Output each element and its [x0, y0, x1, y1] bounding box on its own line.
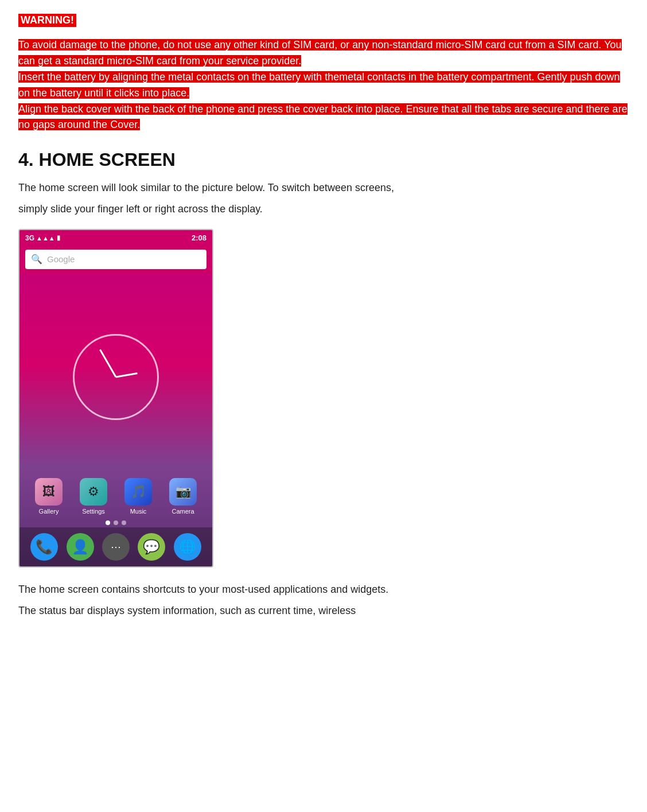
footer-line-1: The home screen contains shortcuts to yo… [18, 581, 629, 598]
app-item-settings[interactable]: ⚙ Settings [80, 478, 107, 515]
clock-hour-hand [116, 372, 138, 378]
phone-search-bar[interactable]: 🔍 Google [20, 246, 212, 274]
page-dot-1 [106, 520, 110, 525]
dock-contacts-icon[interactable]: 👤 [67, 533, 94, 561]
app-item-music[interactable]: 🎵 Music [124, 478, 152, 515]
phone-apps-row: 🖼 Gallery ⚙ Settings 🎵 Music 📷 Camera [20, 478, 212, 515]
page-content: WARNING! To avoid damage to the phone, d… [18, 14, 629, 619]
warning-paragraph-3: Align the back cover with the back of th… [18, 102, 629, 134]
warning-label: WARNING! [18, 14, 76, 27]
dock-browser-icon[interactable]: 🌐 [174, 533, 201, 561]
page-indicator-dots [20, 520, 212, 525]
warning-paragraph-2: Insert the battery by aligning the metal… [18, 69, 629, 102]
dock-messages-icon[interactable]: 💬 [138, 533, 165, 561]
gallery-label: Gallery [39, 508, 59, 515]
settings-icon: ⚙ [80, 478, 107, 506]
clock-widget [73, 334, 159, 420]
signal-bars-icon: ▲▲▲ [36, 235, 55, 242]
warning-section: WARNING! To avoid damage to the phone, d… [18, 14, 629, 133]
section-heading: 4. HOME SCREEN [18, 149, 629, 170]
phone-main-area [20, 274, 212, 463]
settings-label: Settings [82, 508, 105, 515]
page-dot-3 [122, 520, 126, 525]
camera-icon: 📷 [169, 478, 197, 506]
app-item-camera[interactable]: 📷 Camera [169, 478, 197, 515]
phone-dock-bar: 📞 👤 ⋯ 💬 🌐 [20, 527, 212, 566]
app-item-gallery[interactable]: 🖼 Gallery [35, 478, 63, 515]
dock-apps-icon[interactable]: ⋯ [102, 533, 130, 561]
battery-icon: ▮ [57, 234, 60, 242]
gallery-icon: 🖼 [35, 478, 63, 506]
phone-status-bar: 3G ▲▲▲ ▮ 2:08 [20, 230, 212, 246]
camera-label: Camera [172, 508, 194, 515]
google-search-label: Google [47, 254, 75, 264]
music-label: Music [130, 508, 147, 515]
phone-search-input[interactable]: 🔍 Google [25, 250, 206, 269]
signal-strength-icon: 3G [25, 234, 34, 242]
clock-minute-hand [99, 349, 116, 378]
status-bar-left: 3G ▲▲▲ ▮ [25, 234, 60, 242]
footer-line-2: The status bar displays system informati… [18, 603, 629, 619]
status-time: 2:08 [192, 234, 206, 242]
phone-screenshot: 3G ▲▲▲ ▮ 2:08 🔍 Google 🖼 Gallery [18, 229, 213, 568]
warning-paragraph-1: To avoid damage to the phone, do not use… [18, 37, 629, 69]
intro-line-2: simply slide your finger left or right a… [18, 201, 629, 217]
dock-phone-icon[interactable]: 📞 [30, 533, 58, 561]
page-dot-2 [114, 520, 118, 525]
intro-line-1: The home screen will look similar to the… [18, 180, 629, 196]
search-icon: 🔍 [31, 254, 42, 265]
music-icon: 🎵 [124, 478, 152, 506]
